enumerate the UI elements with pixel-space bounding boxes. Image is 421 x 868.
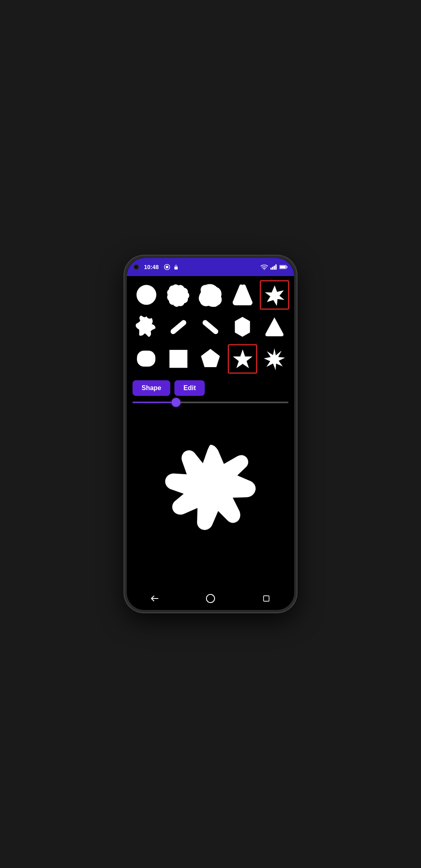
app-content: Shape Edit xyxy=(127,276,294,589)
shape-cell-circle[interactable] xyxy=(132,280,161,310)
shape-cell-pill-1[interactable] xyxy=(164,312,193,342)
shape-button[interactable]: Shape xyxy=(133,380,170,396)
camera-icon xyxy=(133,264,139,270)
preview-octagram xyxy=(153,441,268,556)
svg-rect-14 xyxy=(137,351,156,367)
svg-point-1 xyxy=(165,266,168,269)
status-time: 10:48 xyxy=(144,264,159,270)
back-button[interactable] xyxy=(146,589,164,608)
shape-cell-square[interactable] xyxy=(164,344,193,374)
slider-thumb[interactable] xyxy=(172,398,181,407)
svg-point-3 xyxy=(264,269,265,270)
shape-cell-pill-2[interactable] xyxy=(196,312,225,342)
shape-cell-flower[interactable] xyxy=(132,312,161,342)
svg-rect-9 xyxy=(280,266,286,268)
slider-fill xyxy=(133,402,176,403)
shape-cell-star8[interactable] xyxy=(260,344,289,374)
shape-cell-pentagon[interactable] xyxy=(196,344,225,374)
shape-cell-octagram[interactable] xyxy=(260,280,289,310)
wifi-icon xyxy=(261,264,268,270)
svg-rect-2 xyxy=(174,267,178,270)
svg-rect-17 xyxy=(263,596,269,601)
svg-rect-15 xyxy=(169,350,188,368)
svg-point-11 xyxy=(137,285,156,305)
home-button[interactable] xyxy=(201,589,220,608)
shape-cell-triangle-rounded[interactable] xyxy=(228,280,257,310)
shape-grid xyxy=(127,276,294,378)
battery-icon xyxy=(279,265,288,270)
shape-cell-hexagon[interactable] xyxy=(228,312,257,342)
edit-button[interactable]: Edit xyxy=(174,380,205,396)
svg-rect-4 xyxy=(270,268,272,270)
shape-cell-squircle[interactable] xyxy=(132,344,161,374)
nav-bar xyxy=(127,589,294,610)
svg-rect-12 xyxy=(169,319,187,335)
slider-row xyxy=(127,400,294,408)
svg-point-16 xyxy=(206,594,215,603)
shape-cell-star6[interactable] xyxy=(228,344,257,374)
svg-rect-6 xyxy=(274,266,275,270)
lock-icon xyxy=(174,264,178,270)
svg-rect-7 xyxy=(275,265,277,270)
shape-cell-scalloped[interactable] xyxy=(164,280,193,310)
preview-area xyxy=(127,408,294,589)
phone-frame: 10:48 xyxy=(124,256,297,612)
shape-cell-blob[interactable] xyxy=(196,280,225,310)
status-right xyxy=(261,264,288,270)
status-bar: 10:48 xyxy=(127,258,294,276)
signal-icon xyxy=(270,264,277,270)
shape-cell-triangle[interactable] xyxy=(260,312,289,342)
recents-button[interactable] xyxy=(257,589,275,608)
svg-rect-10 xyxy=(287,266,288,268)
phone-inner: 10:48 xyxy=(127,258,294,610)
controls-row: Shape Edit xyxy=(127,378,294,400)
svg-rect-5 xyxy=(272,267,273,270)
overlay-icon xyxy=(164,264,170,270)
status-left: 10:48 xyxy=(133,264,178,270)
svg-rect-13 xyxy=(201,319,219,335)
slider-track[interactable] xyxy=(133,402,288,403)
